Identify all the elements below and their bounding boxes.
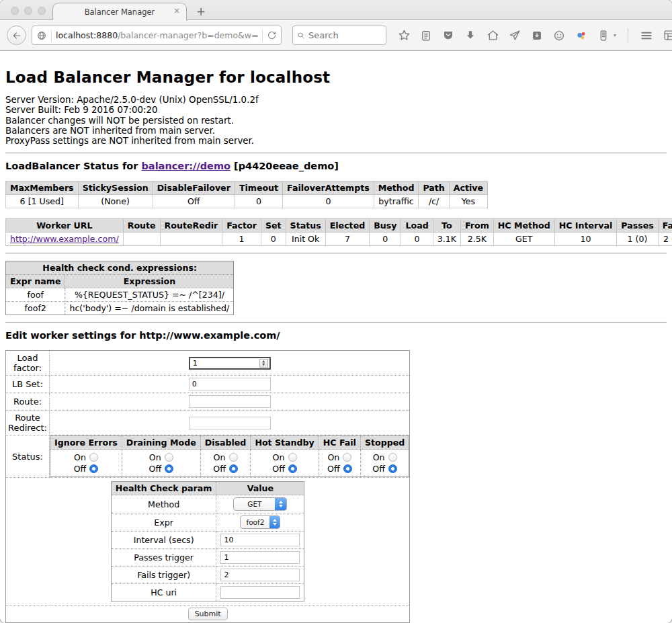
col-stopped: Stopped (360, 436, 409, 450)
col-expr-name: Expr name (6, 275, 65, 288)
menu-button[interactable] (640, 29, 653, 42)
lb-set-input[interactable] (189, 378, 271, 390)
hc-interval-row: Interval (secs) (111, 532, 304, 549)
stopped-off-radio[interactable] (388, 464, 397, 473)
col-route: Route (123, 219, 160, 233)
sidebar-notes-button[interactable] (597, 29, 610, 42)
heading-prefix: LoadBalancer Status for (5, 161, 141, 171)
radio-label-off: Off (149, 463, 161, 474)
home-button[interactable] (486, 29, 499, 42)
radio-label-on: On (149, 452, 161, 463)
extension-download-button[interactable] (530, 29, 544, 42)
col-active: Active (449, 181, 487, 195)
worker-url-link[interactable]: http://www.example.com/ (10, 234, 119, 244)
hc-passes-input[interactable] (220, 551, 300, 564)
disabled-on-radio[interactable] (229, 453, 238, 462)
hot-standby-off-radio[interactable] (288, 464, 297, 473)
disabled-off-radio[interactable] (229, 464, 238, 473)
col-failoverattempts: FailoverAttempts (283, 181, 374, 195)
hc-method-select[interactable]: GET (233, 497, 287, 511)
hc-expr-select[interactable]: foof2 (240, 515, 280, 529)
server-version-line: Server Version: Apache/2.5.0-dev (Unix) … (5, 95, 667, 105)
search-bar[interactable] (292, 26, 386, 45)
cell-status: Init Ok (286, 233, 325, 246)
hc-expr-value: foof2 (241, 518, 269, 526)
load-factor-input[interactable] (189, 357, 271, 370)
navigation-bar: localhost:8880/balancer-manager?b=demo&w… (0, 19, 672, 51)
cell-to: 3.1K (433, 233, 460, 246)
url-bar[interactable]: localhost:8880/balancer-manager?b=demo&w… (32, 26, 282, 45)
col-hc-value: Value (216, 482, 304, 495)
window-controls[interactable] (11, 7, 46, 15)
extension-download-icon (531, 30, 543, 42)
back-button[interactable] (7, 26, 26, 45)
hc-uri-label: HC uri (111, 584, 216, 601)
home-icon (487, 29, 499, 42)
smiley-icon (553, 30, 565, 42)
downloads-icon (464, 30, 476, 42)
col-status: Status (286, 219, 325, 233)
submit-button[interactable]: Submit (188, 608, 228, 620)
minimize-window-button[interactable] (24, 7, 32, 15)
bookmark-star-button[interactable] (397, 29, 411, 42)
col-worker-url: Worker URL (6, 219, 124, 233)
col-fails: Fails (658, 219, 672, 233)
worker-data-row: http://www.example.com/ 1 0 Init Ok 7 0 … (6, 233, 672, 246)
expr-name: foof (6, 288, 65, 302)
hc-interval-input[interactable] (220, 534, 300, 546)
radio-label-off: Off (272, 463, 285, 474)
cell-stickysession: (None) (78, 195, 153, 208)
urlbar-divider (51, 30, 52, 42)
draining-mode-on-radio[interactable] (165, 453, 173, 462)
ignore-errors-on-radio[interactable] (89, 453, 98, 462)
hot-standby-on-radio[interactable] (288, 453, 297, 462)
number-spinner-icon[interactable]: ▲▼ (259, 359, 268, 368)
hc-fails-row: Fails trigger) (111, 567, 304, 584)
expr-value: %{REQUEST_STATUS} =~ /^[234]/ (65, 288, 234, 302)
balancer-data-row: 6 [1 Used] (None) Off 0 0 bytraffic /c/ … (6, 195, 488, 208)
bookmark-star-icon (398, 29, 411, 42)
cell-factor: 1 (222, 233, 261, 246)
new-tab-button[interactable]: + (196, 6, 206, 17)
pocket-button[interactable] (442, 29, 455, 42)
reading-list-button[interactable] (419, 29, 433, 42)
col-to: To (433, 219, 460, 233)
page-content: Load Balancer Manager for localhost Serv… (0, 51, 672, 623)
downloads-button[interactable] (464, 29, 477, 42)
draining-mode-off-radio[interactable] (165, 464, 173, 473)
reload-icon[interactable] (267, 30, 277, 40)
col-maxmembers: MaxMembers (6, 181, 79, 195)
hc-fail-on-radio[interactable] (343, 453, 351, 462)
globe-icon (36, 30, 47, 41)
ignore-errors-off-radio[interactable] (89, 464, 98, 473)
smiley-button[interactable] (552, 29, 566, 42)
send-button[interactable] (508, 29, 521, 42)
close-tab-icon[interactable]: × (173, 6, 180, 15)
hc-passes-label: Passes trigger (111, 549, 216, 567)
browser-tab[interactable]: Balancer Manager × (52, 3, 187, 20)
edit-worker-heading: Edit worker settings for http://www.exam… (5, 330, 667, 341)
url-path: /balancer-manager?b=demo&w=http://www.ex… (118, 30, 258, 40)
hc-uri-row: HC uri (111, 584, 304, 601)
zoom-window-button[interactable] (38, 7, 46, 15)
col-method: Method (374, 181, 419, 195)
url-text[interactable]: localhost:8880/balancer-manager?b=demo&w… (56, 30, 258, 40)
balancer-demo-link[interactable]: balancer://demo (141, 161, 230, 171)
route-input[interactable] (189, 395, 271, 408)
toolbar-divider (628, 28, 628, 43)
hc-fails-input[interactable] (220, 569, 300, 581)
cell-failoverattempts: 0 (283, 195, 374, 208)
col-expression: Expression (65, 275, 234, 288)
expr-row-foof2: foof2 hc('body') =~ /domain is establish… (6, 302, 234, 315)
loadbalancer-status-heading: LoadBalancer Status for balancer://demo … (5, 161, 667, 171)
chevron-down-icon[interactable]: ▾ (614, 32, 616, 38)
col-hc-method: HC Method (493, 219, 554, 233)
hc-uri-input[interactable] (220, 586, 300, 599)
stopped-on-radio[interactable] (388, 453, 397, 462)
hc-fail-off-radio[interactable] (343, 464, 352, 473)
close-window-button[interactable] (11, 7, 19, 15)
colors-extension-button[interactable] (575, 29, 588, 42)
grid-panel-button[interactable] (662, 29, 672, 42)
route-redirect-input[interactable] (189, 417, 271, 429)
search-input[interactable] (308, 30, 382, 40)
